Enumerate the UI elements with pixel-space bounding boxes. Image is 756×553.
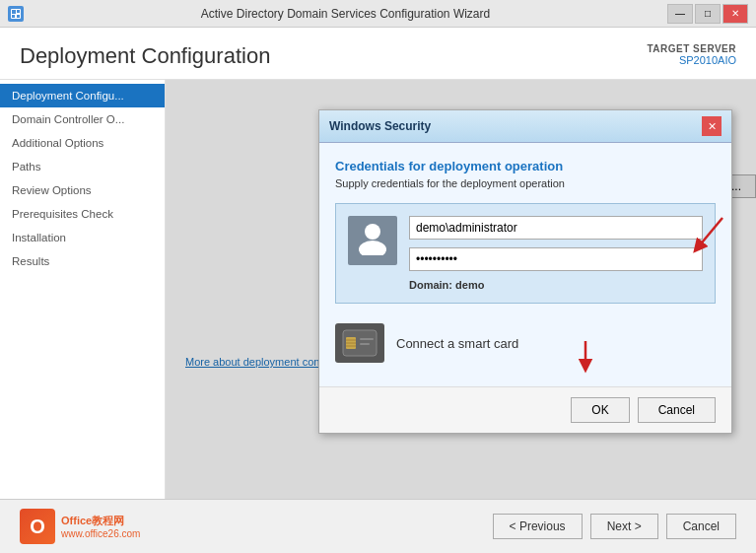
smart-card-icon <box>335 323 384 363</box>
sidebar-item-installation[interactable]: Installation <box>0 226 165 249</box>
close-button[interactable]: ✕ <box>722 4 748 24</box>
sidebar-item-domain-controller[interactable]: Domain Controller O... <box>0 107 165 131</box>
content-area: Deployment Configu... Domain Controller … <box>0 80 756 499</box>
title-bar: Active Directory Domain Services Configu… <box>0 0 756 28</box>
sidebar-item-deployment-config[interactable]: Deployment Configu... <box>0 84 165 107</box>
office-logo: O Office教程网 www.office26.com <box>20 509 140 544</box>
avatar <box>348 216 397 265</box>
bottom-right: < Previous Next > Cancel <box>493 514 736 539</box>
ok-button[interactable]: OK <box>571 397 629 423</box>
dialog-body: Credentials for deployment operation Sup… <box>319 143 731 386</box>
user-icon <box>355 220 390 262</box>
dialog-footer: OK Cancel <box>319 386 731 433</box>
credentials-fields: Domain: demo <box>409 216 703 291</box>
sidebar-item-prerequisites-check[interactable]: Prerequisites Check <box>0 202 165 226</box>
office-brand: Office教程网 <box>61 514 140 528</box>
header: Deployment Configuration TARGET SERVER S… <box>0 28 756 80</box>
dialog-heading: Credentials for deployment operation <box>335 159 716 173</box>
dialog-subtext: Supply credentials for the deployment op… <box>335 177 716 189</box>
svg-rect-14 <box>360 338 374 340</box>
minimize-button[interactable]: — <box>667 4 693 24</box>
svg-rect-1 <box>12 10 16 14</box>
windows-security-dialog: Windows Security ✕ Credentials for deplo… <box>318 109 732 434</box>
cancel-button[interactable]: Cancel <box>638 397 716 423</box>
bottom-left: O Office教程网 www.office26.com <box>20 509 140 544</box>
svg-rect-2 <box>17 10 20 13</box>
domain-text: Domain: demo <box>409 279 703 291</box>
dialog-titlebar: Windows Security ✕ <box>319 110 731 143</box>
target-server-label: TARGET SERVER <box>647 43 736 54</box>
target-server-name: SP2010AIO <box>647 54 736 66</box>
maximize-button[interactable]: □ <box>695 4 721 24</box>
sidebar-item-results[interactable]: Results <box>0 249 165 273</box>
main-content: Change... More about deployment configur… <box>166 80 756 499</box>
password-input[interactable] <box>409 247 703 271</box>
office-text-block: Office教程网 www.office26.com <box>61 514 140 539</box>
svg-point-5 <box>365 224 380 240</box>
bottom-cancel-button[interactable]: Cancel <box>666 514 736 539</box>
dialog-close-button[interactable]: ✕ <box>702 116 722 136</box>
sidebar-item-review-options[interactable]: Review Options <box>0 178 165 202</box>
main-window: Deployment Configuration TARGET SERVER S… <box>0 28 756 553</box>
svg-rect-15 <box>360 343 370 345</box>
bottom-bar: O Office教程网 www.office26.com < Previous … <box>0 499 756 553</box>
username-input[interactable] <box>409 216 703 240</box>
office-subtext: www.office26.com <box>61 528 140 539</box>
app-icon <box>8 6 24 22</box>
page-title: Deployment Configuration <box>20 43 270 69</box>
sidebar-item-additional-options[interactable]: Additional Options <box>0 131 165 155</box>
sidebar: Deployment Configu... Domain Controller … <box>0 80 166 499</box>
smart-card-row: Connect a smart card <box>335 315 716 371</box>
window-controls: — □ ✕ <box>667 4 748 24</box>
dialog-title: Windows Security <box>329 119 431 133</box>
svg-point-6 <box>359 241 386 255</box>
previous-button[interactable]: < Previous <box>493 514 583 539</box>
sidebar-item-paths[interactable]: Paths <box>0 155 165 178</box>
title-bar-text: Active Directory Domain Services Configu… <box>24 7 667 21</box>
svg-rect-3 <box>12 15 15 18</box>
next-button[interactable]: Next > <box>590 514 658 539</box>
office-icon: O <box>20 509 55 544</box>
svg-rect-4 <box>17 15 20 18</box>
target-server-info: TARGET SERVER SP2010AIO <box>647 43 736 66</box>
smart-card-label[interactable]: Connect a smart card <box>396 336 518 351</box>
credentials-box: Domain: demo <box>335 203 716 304</box>
